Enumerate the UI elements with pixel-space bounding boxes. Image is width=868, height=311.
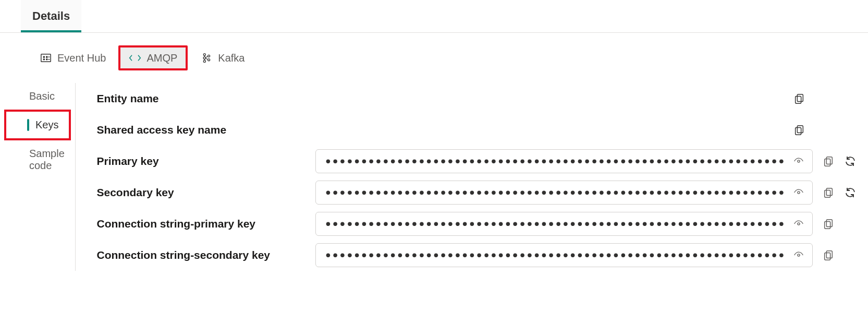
sidenav-item-sample-code[interactable]: Sample code — [0, 140, 75, 179]
primary-key-mask: ••••••••••••••••••••••••••••••••••••••••… — [325, 152, 786, 171]
svg-point-8 — [203, 57, 205, 59]
conn-str-secondary-mask: ••••••••••••••••••••••••••••••••••••••••… — [325, 246, 786, 265]
svg-line-14 — [205, 56, 208, 57]
svg-rect-24 — [826, 188, 832, 196]
svg-point-4 — [46, 59, 47, 60]
svg-rect-30 — [826, 251, 832, 258]
svg-point-1 — [43, 56, 44, 57]
svg-rect-19 — [796, 127, 801, 135]
kafka-icon — [200, 52, 213, 64]
svg-rect-0 — [41, 54, 51, 62]
event-hub-icon — [40, 52, 52, 64]
svg-rect-21 — [826, 157, 832, 164]
svg-rect-27 — [826, 220, 832, 227]
label-conn-str-secondary: Connection string-secondary key — [96, 249, 315, 261]
conn-str-secondary-field[interactable]: ••••••••••••••••••••••••••••••••••••••••… — [315, 243, 812, 267]
label-shared-access-key-name: Shared access key name — [96, 124, 315, 136]
svg-rect-22 — [825, 159, 830, 166]
svg-point-9 — [204, 60, 206, 62]
reveal-secondary-key-button[interactable] — [792, 186, 805, 199]
svg-rect-28 — [825, 221, 830, 229]
copy-secondary-key-button[interactable] — [822, 186, 835, 199]
label-conn-str-primary: Connection string-primary key — [96, 218, 315, 230]
protocol-amqp-label: AMQP — [146, 52, 177, 64]
regenerate-secondary-key-button[interactable] — [844, 186, 857, 199]
primary-key-field[interactable]: ••••••••••••••••••••••••••••••••••••••••… — [315, 149, 812, 173]
protocol-event-hub[interactable]: Event Hub — [31, 47, 114, 68]
copy-conn-str-secondary-button[interactable] — [822, 249, 835, 261]
copy-primary-key-button[interactable] — [822, 155, 835, 168]
secondary-key-field[interactable]: ••••••••••••••••••••••••••••••••••••••••… — [315, 181, 812, 205]
copy-entity-name-button[interactable] — [793, 92, 805, 105]
regenerate-primary-key-button[interactable] — [844, 155, 857, 168]
svg-point-3 — [43, 59, 44, 60]
svg-rect-25 — [825, 190, 830, 197]
protocol-tabs: Event Hub AMQP — [0, 33, 868, 83]
svg-rect-18 — [798, 126, 803, 133]
label-secondary-key: Secondary key — [96, 186, 315, 199]
label-entity-name: Entity name — [96, 92, 315, 105]
conn-str-primary-mask: ••••••••••••••••••••••••••••••••••••••••… — [325, 214, 786, 233]
side-nav: Basic Keys Sample code — [0, 83, 76, 271]
top-tabs: Details — [0, 0, 868, 33]
secondary-key-mask: ••••••••••••••••••••••••••••••••••••••••… — [325, 183, 786, 202]
amqp-icon — [129, 52, 141, 64]
sidenav-item-keys[interactable]: Keys — [6, 112, 69, 138]
svg-rect-16 — [798, 94, 803, 102]
svg-point-20 — [798, 160, 800, 162]
copy-shared-access-key-name-button[interactable] — [793, 124, 805, 136]
svg-point-7 — [204, 54, 206, 56]
reveal-primary-key-button[interactable] — [792, 155, 805, 168]
svg-point-26 — [798, 223, 800, 225]
tab-details[interactable]: Details — [21, 0, 81, 32]
highlight-amqp: AMQP — [118, 45, 188, 70]
protocol-kafka-label: Kafka — [218, 52, 244, 64]
copy-conn-str-primary-button[interactable] — [822, 218, 835, 230]
svg-point-10 — [208, 55, 210, 57]
protocol-event-hub-label: Event Hub — [57, 52, 106, 64]
svg-point-23 — [798, 192, 800, 194]
protocol-amqp[interactable]: AMQP — [120, 47, 186, 68]
svg-point-29 — [798, 254, 800, 256]
reveal-conn-str-primary-button[interactable] — [792, 218, 805, 230]
conn-str-primary-field[interactable]: ••••••••••••••••••••••••••••••••••••••••… — [315, 212, 812, 236]
highlight-keys: Keys — [4, 110, 71, 140]
svg-line-15 — [205, 58, 208, 59]
svg-point-2 — [46, 56, 47, 57]
protocol-kafka[interactable]: Kafka — [192, 47, 253, 68]
svg-rect-31 — [825, 253, 830, 260]
label-primary-key: Primary key — [96, 155, 315, 168]
content-panel: Entity name Shared access key name Prima… — [76, 83, 868, 271]
reveal-conn-str-secondary-button[interactable] — [792, 249, 805, 261]
svg-rect-17 — [796, 96, 801, 103]
sidenav-item-basic[interactable]: Basic — [0, 83, 75, 110]
svg-point-11 — [208, 59, 210, 61]
